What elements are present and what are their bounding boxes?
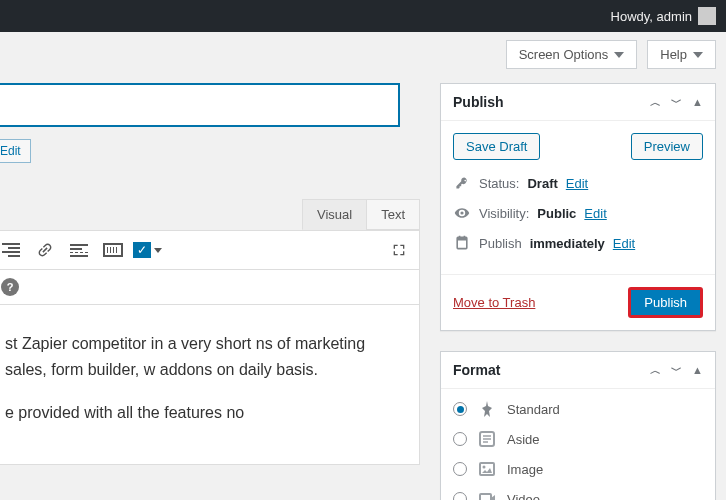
move-to-trash-link[interactable]: Move to Trash (453, 295, 535, 310)
format-option-aside[interactable]: Aside (453, 429, 703, 449)
editor-toolbar: ✓ (0, 230, 420, 270)
help-button[interactable]: Help (647, 40, 716, 69)
svg-rect-6 (480, 494, 491, 500)
move-up-icon[interactable]: ︿ (650, 95, 661, 110)
format-label: Image (507, 462, 543, 477)
chevron-down-icon (693, 52, 703, 58)
radio-icon[interactable] (453, 432, 467, 446)
fullscreen-icon[interactable] (389, 240, 409, 260)
editor-tabs: Visual Text (0, 199, 420, 230)
aside-icon (477, 429, 497, 449)
visibility-value: Public (537, 206, 576, 221)
publish-button[interactable]: Publish (628, 287, 703, 318)
preview-button[interactable]: Preview (631, 133, 703, 160)
radio-checked-icon[interactable] (453, 402, 467, 416)
help-label: Help (660, 47, 687, 62)
chevron-down-icon (614, 52, 624, 58)
eye-icon (453, 204, 471, 222)
screen-meta-links: Screen Options Help (0, 32, 726, 83)
screen-options-label: Screen Options (519, 47, 609, 62)
help-icon[interactable]: ? (1, 278, 19, 296)
read-more-icon[interactable] (69, 240, 89, 260)
admin-bar: Howdy, admin (0, 0, 726, 32)
format-header[interactable]: Format ︿ ﹀ ▲ (441, 352, 715, 389)
status-label: Status: (479, 176, 519, 191)
save-draft-button[interactable]: Save Draft (453, 133, 540, 160)
edit-visibility-link[interactable]: Edit (584, 206, 606, 221)
tab-visual[interactable]: Visual (302, 199, 367, 230)
edit-schedule-link[interactable]: Edit (613, 236, 635, 251)
toggle-panel-icon[interactable]: ▲ (692, 364, 703, 376)
toggle-panel-icon[interactable]: ▲ (692, 96, 703, 108)
status-row: Status: Draft Edit (453, 174, 703, 192)
svg-point-5 (483, 466, 486, 469)
visibility-row: Visibility: Public Edit (453, 204, 703, 222)
schedule-value: immediately (530, 236, 605, 251)
editor-content[interactable]: st Zapier competitor in a very short ns … (0, 305, 420, 465)
key-icon (453, 174, 471, 192)
toolbar-toggle-icon[interactable]: ✓ (137, 240, 157, 260)
publish-header[interactable]: Publish ︿ ﹀ ▲ (441, 84, 715, 121)
schedule-label: Publish (479, 236, 522, 251)
video-icon (477, 489, 497, 500)
format-label: Aside (507, 432, 540, 447)
format-label: Standard (507, 402, 560, 417)
schedule-row: Publish immediately Edit (453, 234, 703, 252)
publish-title: Publish (453, 94, 504, 110)
content-paragraph: st Zapier competitor in a very short ns … (5, 331, 405, 382)
post-title-input[interactable] (0, 83, 400, 127)
format-option-video[interactable]: Video (453, 489, 703, 500)
editor-toolbar-row2: ? (0, 270, 420, 305)
howdy-account[interactable]: Howdy, admin (611, 7, 716, 25)
tab-text[interactable]: Text (366, 199, 420, 230)
format-option-image[interactable]: Image (453, 459, 703, 479)
format-label: Video (507, 492, 540, 501)
pin-icon (477, 399, 497, 419)
edit-status-link[interactable]: Edit (566, 176, 588, 191)
align-right-icon[interactable] (1, 240, 21, 260)
howdy-text: Howdy, admin (611, 9, 692, 24)
radio-icon[interactable] (453, 462, 467, 476)
move-down-icon[interactable]: ﹀ (671, 363, 682, 378)
edit-permalink-button[interactable]: Edit (0, 139, 31, 163)
move-up-icon[interactable]: ︿ (650, 363, 661, 378)
image-icon (477, 459, 497, 479)
screen-options-button[interactable]: Screen Options (506, 40, 638, 69)
format-option-standard[interactable]: Standard (453, 399, 703, 419)
calendar-icon (453, 234, 471, 252)
keyboard-icon[interactable] (103, 240, 123, 260)
radio-icon[interactable] (453, 492, 467, 500)
move-down-icon[interactable]: ﹀ (671, 95, 682, 110)
visibility-label: Visibility: (479, 206, 529, 221)
avatar (698, 7, 716, 25)
status-value: Draft (527, 176, 557, 191)
publish-metabox: Publish ︿ ﹀ ▲ Save Draft Preview Status:… (440, 83, 716, 331)
format-metabox: Format ︿ ﹀ ▲ Standard Aside (440, 351, 716, 500)
format-title: Format (453, 362, 500, 378)
content-paragraph: e provided with all the features no (5, 400, 405, 426)
link-icon[interactable] (31, 236, 59, 264)
svg-rect-4 (480, 463, 494, 475)
